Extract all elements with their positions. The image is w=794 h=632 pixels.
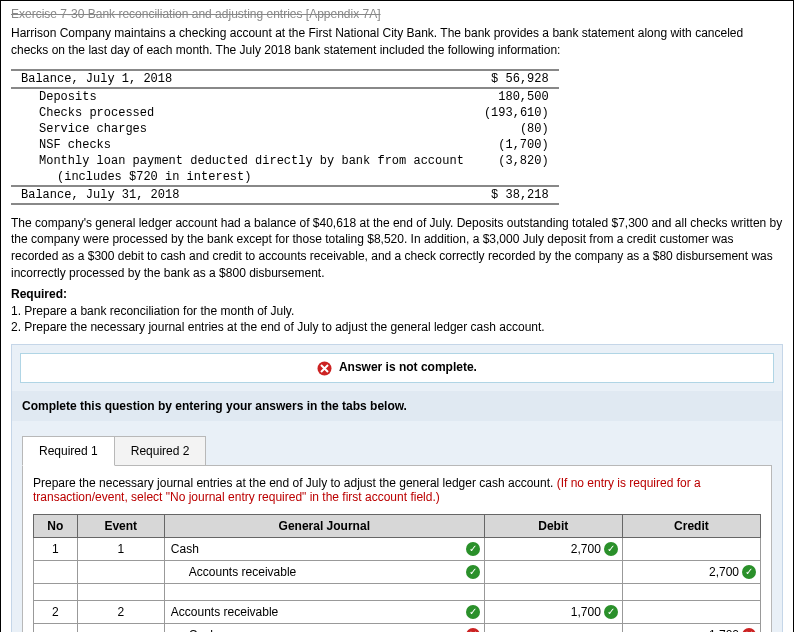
journal-entry-table: No Event General Journal Debit Credit 11… bbox=[33, 514, 761, 633]
cell-account[interactable]: Accounts receivable✓ bbox=[164, 600, 484, 623]
cell-account[interactable]: Cash✓ bbox=[164, 537, 484, 560]
cell-credit[interactable]: 2,700✓ bbox=[622, 560, 760, 583]
context-text: The company's general ledger account had… bbox=[11, 215, 783, 282]
col-no: No bbox=[34, 514, 78, 537]
col-debit: Debit bbox=[484, 514, 622, 537]
cell-debit[interactable]: 2,700✓ bbox=[484, 537, 622, 560]
cell-event[interactable]: 2 bbox=[77, 600, 164, 623]
question-panel: Answer is not complete. Complete this qu… bbox=[11, 344, 783, 632]
cell-no bbox=[34, 623, 78, 632]
cell-account[interactable]: Cash✕ bbox=[164, 623, 484, 632]
tab-content: Prepare the necessary journal entries at… bbox=[22, 465, 772, 633]
cell-event[interactable]: 1 bbox=[77, 537, 164, 560]
col-credit: Credit bbox=[622, 514, 760, 537]
cell-account[interactable]: Accounts receivable✓ bbox=[164, 560, 484, 583]
required-2-text: 2. Prepare the necessary journal entries… bbox=[11, 320, 545, 334]
tab-required-1[interactable]: Required 1 bbox=[22, 436, 115, 466]
cell-event[interactable] bbox=[77, 560, 164, 583]
error-icon bbox=[317, 361, 332, 376]
exercise-title: Exercise 7-30 Bank reconciliation and ad… bbox=[11, 7, 783, 21]
required-1-text: 1. Prepare a bank reconciliation for the… bbox=[11, 304, 294, 318]
col-general-journal: General Journal bbox=[164, 514, 484, 537]
tab-required-2[interactable]: Required 2 bbox=[115, 436, 207, 465]
cell-debit[interactable] bbox=[484, 623, 622, 632]
cell-event[interactable] bbox=[77, 623, 164, 632]
cell-debit[interactable] bbox=[484, 560, 622, 583]
col-event: Event bbox=[77, 514, 164, 537]
alert-text: Answer is not complete. bbox=[339, 360, 477, 374]
incomplete-alert: Answer is not complete. bbox=[20, 353, 774, 382]
bank-statement-table: Balance, July 1, 2018$ 56,928Deposits180… bbox=[11, 69, 559, 205]
instruction-bar: Complete this question by entering your … bbox=[12, 391, 782, 421]
cell-credit[interactable] bbox=[622, 537, 760, 560]
cell-credit[interactable]: 1,700✕ bbox=[622, 623, 760, 632]
cell-no: 2 bbox=[34, 600, 78, 623]
tab-note: Prepare the necessary journal entries at… bbox=[33, 476, 761, 504]
tab-strip: Required 1Required 2 bbox=[22, 435, 782, 465]
required-heading: Required: bbox=[11, 287, 67, 301]
cell-no bbox=[34, 560, 78, 583]
intro-text: Harrison Company maintains a checking ac… bbox=[11, 25, 783, 59]
cell-credit[interactable] bbox=[622, 600, 760, 623]
cell-no: 1 bbox=[34, 537, 78, 560]
cell-debit[interactable]: 1,700✓ bbox=[484, 600, 622, 623]
